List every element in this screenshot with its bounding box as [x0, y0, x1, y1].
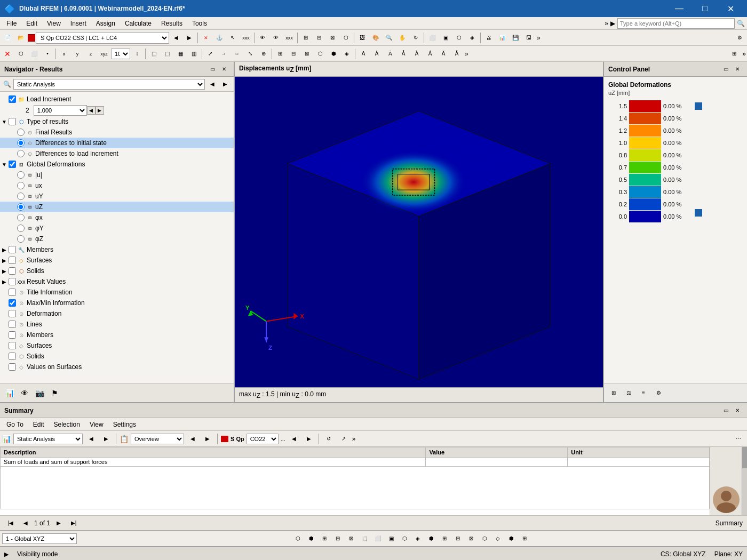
nav-filter-prev[interactable]: ◀: [207, 79, 218, 90]
nav-eye-btn[interactable]: 👁: [18, 387, 31, 399]
tool-render1[interactable]: 🖼: [356, 31, 369, 44]
tool-grid2[interactable]: ⊟: [313, 31, 325, 44]
menu-results[interactable]: Results: [157, 19, 187, 28]
summary-edit[interactable]: Edit: [29, 420, 49, 429]
bt-3[interactable]: ⊞: [318, 532, 331, 545]
type-expand-icon[interactable]: ▼: [0, 117, 9, 126]
load-increment-value-item[interactable]: 2 1.000 ◀ ▶: [0, 105, 234, 116]
t2-grid-icon[interactable]: ⊞: [728, 47, 741, 60]
ux-item[interactable]: ⧈ ux: [0, 180, 234, 191]
uy-item[interactable]: ⧈ uY: [0, 191, 234, 202]
nav-camera-btn[interactable]: 📷: [33, 387, 46, 399]
uz-item[interactable]: ⧈ uZ: [0, 202, 234, 212]
cp-restore-btn[interactable]: ▭: [720, 64, 731, 75]
bt-8[interactable]: ▣: [385, 532, 398, 545]
t2-axyz[interactable]: xyz: [98, 47, 110, 60]
t2-move[interactable]: ⤡: [244, 47, 257, 60]
summary-scrollbar[interactable]: [742, 447, 747, 515]
nav-filter-next[interactable]: ▶: [220, 79, 231, 90]
tool-anchor[interactable]: ⚓: [213, 31, 226, 44]
phiy-item[interactable]: ⧈ φY: [0, 223, 234, 234]
members-expand-icon[interactable]: ▶: [0, 245, 9, 254]
rv-expand-icon[interactable]: ▶: [0, 277, 9, 286]
t2-label5[interactable]: À: [410, 47, 423, 60]
t2-cube[interactable]: ⬡: [14, 47, 27, 60]
final-results-radio[interactable]: [17, 129, 25, 136]
global-def-expand-icon[interactable]: ▼: [0, 160, 9, 169]
members-check[interactable]: [9, 246, 16, 253]
lines-check[interactable]: [9, 321, 16, 328]
t2-mesh4[interactable]: ⬡: [314, 47, 327, 60]
tool-xxx2[interactable]: xxx: [283, 31, 296, 44]
phiy-radio[interactable]: [17, 225, 25, 232]
t2-select1[interactable]: ⬚: [147, 47, 160, 60]
load-increment-check[interactable]: [9, 95, 16, 103]
load-increment-item[interactable]: 📁 Load Increment: [0, 94, 234, 105]
bt-10[interactable]: ◈: [411, 532, 424, 545]
uz-radio[interactable]: [17, 203, 25, 211]
next-load-btn[interactable]: ▶: [183, 31, 196, 44]
bt-13[interactable]: ⊟: [451, 532, 464, 545]
t2-arrow2[interactable]: ↔: [231, 47, 243, 60]
summary-prev-btn[interactable]: ◀: [85, 433, 98, 445]
lines-item[interactable]: ⊙ Lines: [0, 319, 234, 330]
tool-p4[interactable]: 🖫: [522, 31, 535, 44]
diff-initial-item[interactable]: ⊙ Differences to initial state: [0, 138, 234, 148]
phiz-item[interactable]: ⧈ φZ: [0, 234, 234, 244]
surfaces-item[interactable]: ▶ ◇ Surfaces: [0, 255, 234, 266]
tool-settings[interactable]: ⚙: [733, 31, 746, 44]
t2-ay[interactable]: y: [71, 47, 84, 60]
solids2-check[interactable]: [9, 353, 16, 360]
type-of-results-item[interactable]: ▼ ⬡ Type of results: [0, 116, 234, 127]
t2-mesh1[interactable]: ⊞: [274, 47, 287, 60]
diff-initial-radio[interactable]: [17, 139, 25, 147]
type-check[interactable]: [9, 118, 16, 125]
bt-16[interactable]: ◇: [491, 532, 504, 545]
summary-co-prev-btn[interactable]: ◀: [288, 433, 300, 445]
t2-ax[interactable]: x: [58, 47, 70, 60]
li-prev-btn[interactable]: ◀: [87, 106, 96, 115]
nav-close-btn[interactable]: ✕: [219, 64, 229, 75]
t2-filter2[interactable]: ▥: [187, 47, 200, 60]
global-deformations-item[interactable]: ▼ ⧈ Global Deformations: [0, 159, 234, 170]
t2-mesh6[interactable]: ◈: [340, 47, 353, 60]
t2-az[interactable]: z: [84, 47, 97, 60]
tool-grid1[interactable]: ⊞: [299, 31, 312, 44]
diff-increment-item[interactable]: ⊙ Differences to load increment: [0, 148, 234, 159]
summary-scroll-thumb[interactable]: [742, 447, 747, 468]
tool-3d[interactable]: ⬡: [339, 31, 352, 44]
menu-assign[interactable]: Assign: [92, 19, 120, 28]
tool-grid3[interactable]: ⊠: [326, 31, 339, 44]
deformation-item[interactable]: ⊙ Deformation: [0, 308, 234, 319]
tool-m2[interactable]: ▣: [439, 31, 452, 44]
global-def-check[interactable]: [9, 161, 16, 168]
tool-rotate[interactable]: ↻: [409, 31, 422, 44]
menu-edit[interactable]: Edit: [22, 19, 42, 28]
t2-arrow1[interactable]: →: [217, 47, 230, 60]
tool-m4[interactable]: ◈: [466, 31, 479, 44]
summary-export-btn[interactable]: ↗: [337, 433, 350, 445]
t2-disp[interactable]: ⤢: [204, 47, 217, 60]
t2-label2[interactable]: Ā: [370, 47, 383, 60]
page-next-btn[interactable]: ▶: [52, 517, 65, 530]
tool-p2[interactable]: 📊: [496, 31, 508, 44]
t2-label8[interactable]: Å: [450, 47, 463, 60]
summary-next-btn[interactable]: ▶: [100, 433, 113, 445]
members2-item[interactable]: ⊙ Members: [0, 330, 234, 340]
cp-settings-btn[interactable]: ⚙: [652, 387, 665, 399]
t2-label3[interactable]: Ǎ: [384, 47, 396, 60]
menu-calculate[interactable]: Calculate: [121, 19, 156, 28]
values-on-surfaces-item[interactable]: ◇ Values on Surfaces: [0, 362, 234, 372]
bt-18[interactable]: ⊞: [518, 532, 531, 545]
open-btn[interactable]: 📂: [14, 31, 27, 44]
minimize-button[interactable]: —: [667, 0, 692, 17]
menu-file[interactable]: File: [2, 19, 21, 28]
tool-cursor[interactable]: ↖: [226, 31, 239, 44]
t2-label6[interactable]: Á: [424, 47, 436, 60]
t2-scale[interactable]: ↕: [131, 47, 144, 60]
solids2-item[interactable]: ⬡ Solids: [0, 351, 234, 362]
surfaces2-item[interactable]: ◇ Surfaces: [0, 340, 234, 351]
rv-check[interactable]: [9, 278, 16, 285]
t2-label4[interactable]: Â: [397, 47, 410, 60]
summary-goto[interactable]: Go To: [2, 420, 28, 429]
